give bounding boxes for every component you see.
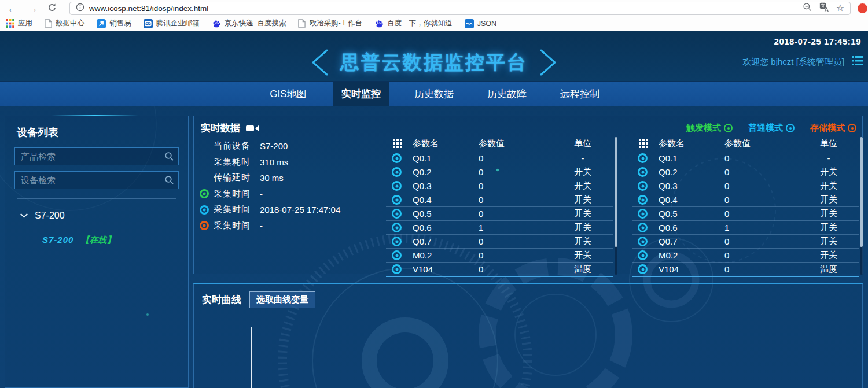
param-value: 0 — [479, 195, 553, 205]
table-row[interactable]: Q0.20开关 — [386, 165, 613, 179]
table-row[interactable]: M0.20开关 — [632, 248, 859, 262]
param-value: 0 — [479, 181, 553, 191]
bookmark-item-8[interactable]: JSON — [465, 19, 496, 28]
status-dot-icon — [200, 221, 209, 230]
param-unit: 温度 — [553, 264, 613, 275]
online-status-badge: 【在线】 — [81, 235, 116, 245]
product-search-input[interactable] — [14, 147, 179, 165]
translate-icon[interactable] — [819, 2, 829, 14]
bookmark-item-4[interactable]: 腾讯企业邮箱 — [144, 19, 200, 28]
col-param-name: 参数名 — [659, 138, 724, 149]
info-label: 采集时间 — [214, 220, 260, 231]
tree-device-link[interactable]: S7-200 【在线】 — [42, 235, 116, 247]
info-value: 2018-07-25 17:47:04 — [260, 205, 340, 215]
nav-tab-3[interactable]: 历史数据 — [406, 82, 462, 106]
table-row[interactable]: Q0.40开关 — [632, 193, 859, 206]
table-row[interactable]: M0.20开关 — [386, 248, 613, 262]
bookmark-item-2[interactable]: 数据中心 — [45, 19, 84, 28]
search-icon[interactable] — [164, 175, 174, 187]
target-icon — [392, 153, 402, 163]
bookmark-item-7[interactable]: 百度一下，你就知道 — [374, 19, 453, 28]
target-icon — [392, 167, 402, 177]
bookmark-label: JSON — [477, 20, 496, 28]
url-text[interactable]: www.icosp.net:81/idosp/index.html — [89, 4, 798, 13]
param-name: Q0.7 — [659, 237, 724, 246]
info-value: 30 ms — [260, 173, 284, 183]
table-row[interactable]: Q0.40开关 — [386, 193, 613, 206]
mode-button-2[interactable]: 普通模式 — [748, 123, 795, 134]
table-row[interactable]: Q0.20开关 — [632, 165, 859, 179]
bookmark-label: 欧冶采购-工作台 — [309, 19, 362, 28]
table-row[interactable]: Q0.61开关 — [632, 220, 859, 234]
info-label: 采集时间 — [214, 189, 260, 199]
tree-node-label: S7-200 — [35, 210, 65, 221]
mode-label: 触发模式 — [686, 123, 721, 134]
bookmark-item-5[interactable]: 京东快递_百度搜索 — [212, 19, 286, 28]
param-unit: 开关 — [553, 167, 613, 178]
header-datetime: 2018-07-25 17:45:19 — [774, 36, 861, 46]
device-search-input[interactable] — [14, 171, 179, 189]
table-row[interactable]: Q0.70开关 — [386, 234, 613, 248]
page: 2018-07-25 17:45:19 欢迎您 bjhczt [系统管理员] — [0, 31, 868, 388]
info-value: - — [260, 189, 263, 199]
site-info-icon[interactable] — [76, 3, 84, 14]
param-name: Q0.7 — [413, 237, 479, 246]
zoom-out-icon[interactable] — [803, 2, 812, 14]
profile-avatar[interactable] — [858, 3, 867, 13]
param-unit: 开关 — [553, 236, 613, 247]
table-row[interactable]: V1040温度 — [632, 262, 859, 276]
nav-tab-1[interactable]: GIS地图 — [260, 82, 316, 106]
nav-tab-5[interactable]: 远程控制 — [552, 82, 608, 106]
mode-button-1[interactable]: 触发模式 — [686, 123, 733, 134]
table-header-row: 参数名 参数值 单位 — [632, 136, 859, 151]
target-icon — [392, 250, 402, 260]
col-param-name: 参数名 — [413, 138, 479, 149]
tree-node-s7-200[interactable]: S7-200 — [14, 207, 179, 221]
bookmark-item-6[interactable]: 欧冶采购-工作台 — [298, 19, 362, 28]
table-row[interactable]: Q0.30开关 — [632, 179, 859, 193]
table-scrollbar[interactable] — [615, 137, 617, 275]
table-scrollbar[interactable] — [860, 137, 863, 275]
info-label: 传输延时 — [214, 172, 260, 183]
param-unit: 开关 — [553, 222, 613, 233]
forward-icon[interactable]: → — [27, 3, 38, 14]
info-value: 310 ms — [260, 157, 288, 167]
target-icon — [392, 223, 402, 232]
back-icon[interactable]: ← — [7, 3, 18, 14]
mode-label: 存储模式 — [810, 123, 845, 134]
bookmark-item-3[interactable]: 销售易 — [97, 19, 131, 28]
table-row[interactable]: Q0.70开关 — [632, 234, 859, 248]
table-row[interactable]: Q0.10- — [386, 151, 613, 165]
select-curve-variable-button[interactable]: 选取曲线变量 — [249, 291, 315, 308]
bookmark-item-1[interactable]: 应用 — [6, 19, 32, 28]
table-row[interactable]: Q0.30开关 — [386, 179, 613, 193]
search-icon[interactable] — [164, 151, 174, 164]
table-row[interactable]: Q0.10- — [632, 151, 859, 165]
param-name: Q0.3 — [413, 181, 479, 191]
page-icon — [298, 19, 306, 28]
param-value: 0 — [724, 195, 799, 205]
xiaoshouyi-icon — [97, 19, 106, 28]
reload-icon[interactable] — [47, 3, 57, 14]
param-unit: - — [799, 153, 859, 163]
nav-tab-2[interactable]: 实时监控 — [333, 82, 389, 106]
table-row[interactable]: Q0.50开关 — [386, 206, 613, 220]
bookmark-star-icon[interactable]: ☆ — [836, 3, 844, 13]
param-name: Q0.6 — [413, 223, 479, 232]
address-bar[interactable]: www.icosp.net:81/idosp/index.html ☆ — [69, 2, 851, 15]
param-name: Q0.4 — [413, 195, 479, 205]
target-icon — [392, 181, 402, 191]
title-decoration-left — [157, 49, 331, 76]
target-icon — [638, 237, 648, 246]
table-row[interactable]: V1040温度 — [386, 262, 613, 276]
grid-icon — [639, 139, 641, 141]
bookmark-label: 腾讯企业邮箱 — [156, 19, 200, 28]
nav-tab-4[interactable]: 历史故障 — [479, 82, 535, 106]
mode-button-3[interactable]: 存储模式 — [810, 123, 856, 134]
param-value: 0 — [724, 167, 799, 177]
param-value: 0 — [479, 264, 553, 274]
table-row[interactable]: Q0.50开关 — [632, 206, 859, 220]
table-row[interactable]: Q0.61开关 — [386, 220, 613, 234]
col-param-value: 参数值 — [479, 138, 553, 149]
param-name: Q0.3 — [659, 181, 724, 191]
